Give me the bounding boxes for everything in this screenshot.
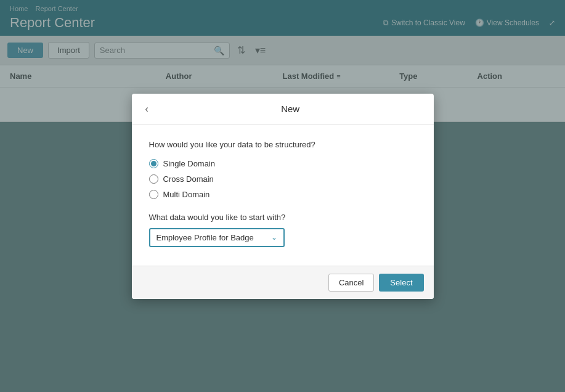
- cross-domain-option[interactable]: Cross Domain: [149, 174, 417, 184]
- new-report-dialog: ‹ New How would you like your data to be…: [132, 94, 434, 299]
- multi-domain-label: Multi Domain: [163, 190, 210, 199]
- dialog-body: How would you like your data to be struc…: [132, 125, 434, 266]
- cross-domain-radio[interactable]: [149, 174, 158, 184]
- structure-question: How would you like your data to be struc…: [149, 140, 417, 149]
- cross-domain-label: Cross Domain: [163, 174, 214, 184]
- multi-domain-option[interactable]: Multi Domain: [149, 190, 417, 199]
- domain-radio-group: Single Domain Cross Domain Multi Domain: [149, 159, 417, 199]
- single-domain-label: Single Domain: [163, 159, 216, 168]
- cancel-button[interactable]: Cancel: [328, 274, 374, 292]
- modal-overlay: ‹ New How would you like your data to be…: [0, 0, 565, 392]
- dialog-back-button[interactable]: ‹: [142, 102, 152, 116]
- data-source-dropdown[interactable]: Employee Profile for Badge ⌄: [149, 228, 285, 247]
- dialog-footer: Cancel Select: [132, 266, 434, 299]
- dialog-title: New: [157, 104, 424, 114]
- single-domain-radio[interactable]: [149, 159, 158, 168]
- single-domain-option[interactable]: Single Domain: [149, 159, 417, 168]
- dialog-header: ‹ New: [132, 94, 434, 125]
- data-start-question: What data would you like to start with?: [149, 213, 417, 222]
- select-button[interactable]: Select: [379, 274, 423, 292]
- data-source-value: Employee Profile for Badge: [156, 233, 271, 242]
- multi-domain-radio[interactable]: [149, 190, 158, 199]
- chevron-down-icon: ⌄: [271, 233, 277, 242]
